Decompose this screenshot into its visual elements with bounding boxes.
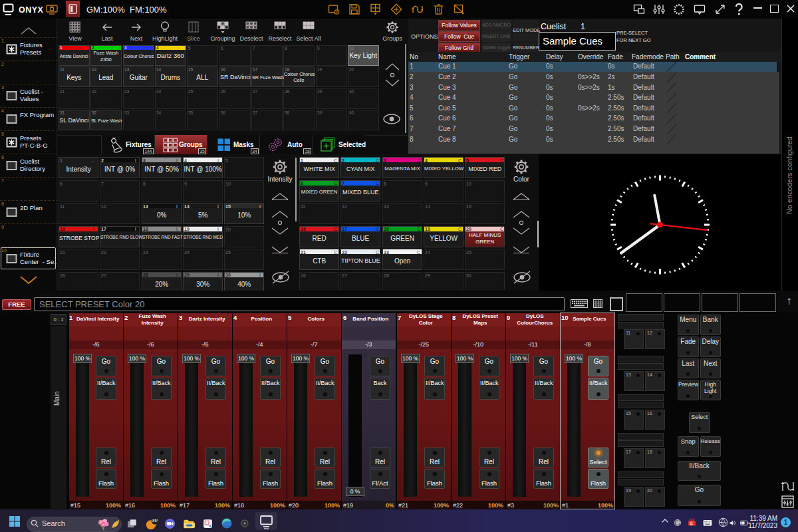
- svg-text:85°: 85°: [152, 518, 159, 523]
- svg-text:11: 11: [690, 522, 693, 525]
